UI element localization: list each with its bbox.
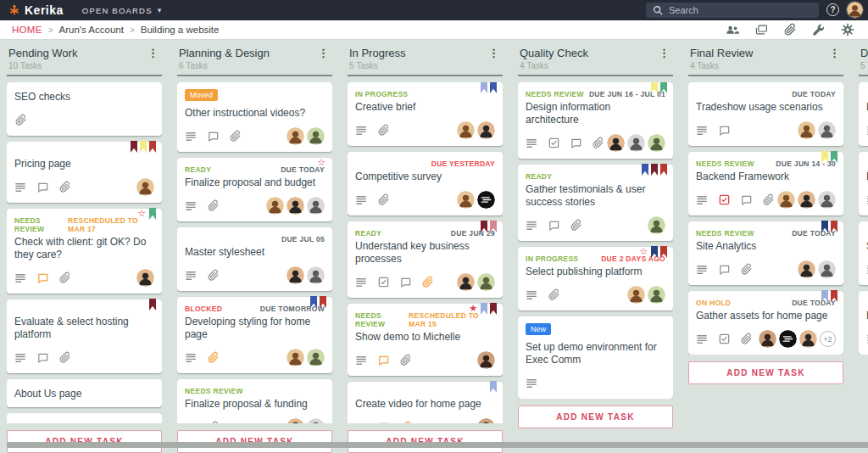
column-menu-icon[interactable]: ⋮ bbox=[826, 47, 843, 59]
task-card[interactable]: Pricing page bbox=[7, 142, 162, 203]
task-card[interactable]: DUES bbox=[859, 221, 868, 285]
flag-icon bbox=[821, 151, 828, 163]
card-assignees bbox=[457, 273, 495, 291]
avatar bbox=[648, 134, 665, 152]
flag-icon bbox=[310, 296, 317, 308]
task-card[interactable]: MovedOther instructional videos? bbox=[177, 82, 332, 152]
add-new-task-button[interactable]: ADD NEW TASK bbox=[518, 405, 673, 428]
help-icon[interactable]: ? bbox=[826, 3, 839, 16]
flag-icon bbox=[651, 246, 658, 258]
user-avatar[interactable] bbox=[847, 2, 863, 18]
task-card[interactable]: ☆NEEDS REVIEWRESCHEDULED TO MAR 17Check … bbox=[7, 209, 162, 294]
help-glyph: ? bbox=[830, 5, 835, 14]
card-indicators bbox=[14, 271, 71, 284]
team-icon[interactable] bbox=[726, 23, 739, 36]
description-icon bbox=[14, 351, 27, 364]
add-new-task-button[interactable]: ADD NEW TASK bbox=[688, 361, 843, 384]
card-assignees bbox=[287, 266, 325, 284]
task-card[interactable]: SEO checks bbox=[7, 82, 162, 136]
card-assignees bbox=[477, 418, 495, 423]
card-assignees bbox=[457, 121, 495, 139]
card-meta bbox=[14, 111, 154, 129]
flag-icon bbox=[149, 299, 156, 310]
task-card[interactable]: Evaluate & select hosting platform bbox=[7, 299, 162, 373]
description-icon bbox=[14, 181, 27, 193]
breadcrumb-account[interactable]: Arun's Account bbox=[59, 25, 124, 35]
avatar bbox=[136, 269, 154, 287]
task-card[interactable]: ★NEEDS REVIEWRESCHEDULED TO MAR 15Show d… bbox=[348, 304, 503, 376]
breadcrumb-separator: > bbox=[48, 25, 53, 35]
task-card[interactable]: DUE YESTERDAYCompetitive survey bbox=[348, 152, 503, 215]
tools-icon[interactable] bbox=[812, 23, 826, 36]
column-menu-icon[interactable]: ⋮ bbox=[314, 47, 332, 59]
flag-icon bbox=[642, 164, 648, 176]
task-card[interactable]: DUE TODAYTradeshow usage scenarios bbox=[688, 82, 843, 146]
task-card[interactable]: NEEDS REVIEWDUE JUN 14 - 30Backend Frame… bbox=[688, 152, 843, 215]
boards-icon[interactable] bbox=[754, 23, 768, 36]
column-menu-icon[interactable]: ⋮ bbox=[655, 47, 673, 59]
card-flags bbox=[310, 296, 326, 308]
task-card[interactable]: NEEDS REVIEWFinalize proposal & funding bbox=[177, 379, 332, 423]
task-card[interactable]: IN PROGRESSCreative brief bbox=[348, 82, 503, 146]
column-task-count: 4 Tasks bbox=[690, 61, 842, 70]
task-card[interactable]: READYDUE JUN 29Understand key business p… bbox=[348, 221, 503, 298]
search-input[interactable]: Search bbox=[646, 3, 819, 18]
brand-name: Kerika bbox=[25, 3, 64, 17]
card-title: Competitive survey bbox=[355, 171, 495, 183]
checklist-icon bbox=[377, 276, 390, 288]
card-meta bbox=[696, 191, 836, 209]
card-assignees bbox=[136, 178, 154, 196]
column-task-count: 4 Tasks bbox=[520, 61, 671, 70]
task-card[interactable]: Any additional collateral we need? bbox=[7, 413, 162, 423]
attach-icon bbox=[377, 124, 390, 137]
task-card[interactable]: BLOCKEDDUE TOMORROWDeveloping styling fo… bbox=[177, 297, 332, 373]
card-meta bbox=[355, 121, 495, 139]
card-indicators bbox=[526, 137, 604, 149]
card-flags bbox=[642, 164, 667, 176]
description-icon bbox=[696, 124, 709, 137]
task-card[interactable]: ☆IN PROGRESSDUE 2 DAYS AGOSelect publish… bbox=[518, 247, 673, 310]
star-icon: ★ bbox=[469, 303, 477, 314]
card-badge: New bbox=[526, 323, 551, 335]
card-assignees bbox=[798, 121, 836, 139]
kerika-logo[interactable]: Kerika bbox=[8, 3, 64, 17]
board-toolbar bbox=[726, 23, 856, 36]
task-card[interactable]: NEEDS REVIEWDUE TODAYSite Analytics bbox=[688, 221, 843, 285]
flag-icon bbox=[821, 290, 828, 302]
task-card[interactable]: DUEL bbox=[859, 152, 868, 215]
task-card[interactable]: NEEDS REVIEWDUE JUN 16 - JUL 01Design in… bbox=[518, 82, 673, 159]
attachments-icon[interactable] bbox=[783, 23, 797, 36]
task-card[interactable]: ☆READYDUE TODAYFinalize proposal and bud… bbox=[177, 158, 332, 221]
column-menu-icon[interactable]: ⋮ bbox=[144, 47, 162, 59]
task-card[interactable]: DUEF bbox=[859, 291, 868, 355]
chat-icon bbox=[207, 130, 220, 143]
task-card[interactable]: Create video for home page bbox=[348, 382, 503, 423]
card-indicators bbox=[14, 181, 71, 193]
avatar bbox=[307, 266, 325, 284]
task-card[interactable]: ON HOLDDUE TODAYGather assets for home p… bbox=[688, 291, 843, 355]
description-icon bbox=[696, 263, 709, 276]
card-badge: Moved bbox=[185, 89, 218, 101]
card-assignees bbox=[777, 191, 836, 209]
task-card[interactable]: About Us page bbox=[7, 379, 162, 407]
card-title: Developing styling for home page bbox=[185, 316, 325, 341]
open-boards-label: OPEN BOARDS bbox=[82, 6, 153, 15]
description-icon bbox=[526, 288, 538, 301]
breadcrumb-home[interactable]: HOME bbox=[12, 25, 42, 35]
status-label: ON HOLD bbox=[696, 299, 731, 307]
task-card[interactable]: DUED bbox=[859, 82, 868, 146]
settings-icon[interactable] bbox=[841, 23, 854, 36]
card-title: Set up demo environment for Exec Comm bbox=[526, 341, 665, 366]
column-header: Quality Check4 Tasks⋮ bbox=[518, 44, 673, 76]
flag-icon bbox=[660, 164, 667, 176]
task-card[interactable]: DUE JUL 05Master stylesheet bbox=[177, 227, 332, 291]
open-boards-menu[interactable]: OPEN BOARDS ▾ bbox=[82, 6, 163, 15]
task-card[interactable]: READYGather testimonials & user success … bbox=[518, 165, 673, 241]
task-card[interactable]: NewSet up demo environment for Exec Comm bbox=[518, 316, 673, 399]
horizontal-scrollbar[interactable] bbox=[7, 442, 868, 448]
chat-icon bbox=[36, 351, 49, 364]
card-meta bbox=[14, 178, 154, 196]
chat-icon bbox=[377, 354, 390, 366]
column-menu-icon[interactable]: ⋮ bbox=[485, 47, 503, 59]
avatar bbox=[307, 418, 325, 423]
